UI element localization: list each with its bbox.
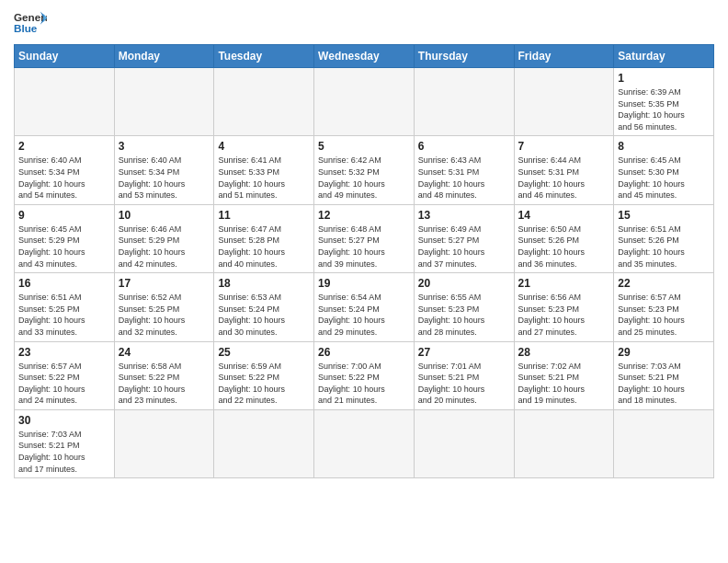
calendar-cell: 24Sunrise: 6:58 AMSunset: 5:22 PMDayligh…	[114, 341, 214, 409]
calendar-cell: 13Sunrise: 6:49 AMSunset: 5:27 PMDayligh…	[414, 204, 514, 272]
day-info: Sunrise: 7:00 AMSunset: 5:22 PMDaylight:…	[318, 361, 410, 407]
day-info: Sunrise: 6:46 AMSunset: 5:29 PMDaylight:…	[119, 224, 210, 270]
calendar: SundayMondayTuesdayWednesdayThursdayFrid…	[14, 44, 714, 478]
calendar-cell	[15, 68, 115, 136]
day-number: 26	[318, 346, 410, 359]
day-number: 13	[418, 209, 510, 222]
calendar-cell: 20Sunrise: 6:55 AMSunset: 5:23 PMDayligh…	[414, 273, 514, 341]
calendar-cell: 16Sunrise: 6:51 AMSunset: 5:25 PMDayligh…	[15, 273, 115, 341]
calendar-cell: 19Sunrise: 6:54 AMSunset: 5:24 PMDayligh…	[314, 273, 415, 341]
day-number: 10	[119, 209, 210, 222]
day-number: 28	[518, 346, 610, 359]
calendar-cell: 22Sunrise: 6:57 AMSunset: 5:23 PMDayligh…	[614, 273, 714, 341]
calendar-cell: 14Sunrise: 6:50 AMSunset: 5:26 PMDayligh…	[514, 204, 614, 272]
calendar-cell: 4Sunrise: 6:41 AMSunset: 5:33 PMDaylight…	[214, 136, 314, 204]
day-number: 23	[18, 346, 110, 359]
calendar-cell: 11Sunrise: 6:47 AMSunset: 5:28 PMDayligh…	[214, 204, 314, 272]
day-number: 19	[318, 277, 410, 290]
calendar-cell: 6Sunrise: 6:43 AMSunset: 5:31 PMDaylight…	[414, 136, 514, 204]
day-info: Sunrise: 6:55 AMSunset: 5:23 PMDaylight:…	[418, 292, 510, 338]
day-header-sunday: Sunday	[15, 45, 115, 68]
calendar-cell: 21Sunrise: 6:56 AMSunset: 5:23 PMDayligh…	[514, 273, 614, 341]
calendar-header-row: SundayMondayTuesdayWednesdayThursdayFrid…	[15, 45, 714, 68]
day-header-saturday: Saturday	[614, 45, 714, 68]
calendar-cell: 2Sunrise: 6:40 AMSunset: 5:34 PMDaylight…	[15, 136, 115, 204]
day-info: Sunrise: 6:41 AMSunset: 5:33 PMDaylight:…	[218, 155, 310, 201]
day-info: Sunrise: 6:57 AMSunset: 5:22 PMDaylight:…	[18, 361, 110, 407]
day-header-tuesday: Tuesday	[214, 45, 314, 68]
day-info: Sunrise: 6:45 AMSunset: 5:29 PMDaylight:…	[18, 224, 110, 270]
day-info: Sunrise: 6:59 AMSunset: 5:22 PMDaylight:…	[218, 361, 310, 407]
day-info: Sunrise: 6:56 AMSunset: 5:23 PMDaylight:…	[518, 292, 610, 338]
day-number: 7	[518, 140, 610, 153]
calendar-cell: 17Sunrise: 6:52 AMSunset: 5:25 PMDayligh…	[114, 273, 214, 341]
day-number: 22	[618, 277, 710, 290]
calendar-cell	[114, 68, 214, 136]
day-info: Sunrise: 6:57 AMSunset: 5:23 PMDaylight:…	[618, 292, 710, 338]
day-info: Sunrise: 6:51 AMSunset: 5:26 PMDaylight:…	[618, 224, 710, 270]
day-number: 3	[119, 140, 210, 153]
week-row-5: 30Sunrise: 7:03 AMSunset: 5:21 PMDayligh…	[15, 409, 714, 477]
calendar-cell	[214, 68, 314, 136]
day-info: Sunrise: 7:03 AMSunset: 5:21 PMDaylight:…	[618, 361, 710, 407]
day-info: Sunrise: 6:47 AMSunset: 5:28 PMDaylight:…	[218, 224, 310, 270]
day-number: 27	[418, 346, 510, 359]
day-info: Sunrise: 6:52 AMSunset: 5:25 PMDaylight:…	[119, 292, 210, 338]
day-info: Sunrise: 6:43 AMSunset: 5:31 PMDaylight:…	[418, 155, 510, 201]
calendar-cell	[614, 409, 714, 477]
calendar-cell	[414, 409, 514, 477]
calendar-cell: 15Sunrise: 6:51 AMSunset: 5:26 PMDayligh…	[614, 204, 714, 272]
day-info: Sunrise: 6:42 AMSunset: 5:32 PMDaylight:…	[318, 155, 410, 201]
calendar-cell	[414, 68, 514, 136]
page: General Blue SundayMondayTuesdayWednesda…	[0, 0, 728, 563]
calendar-cell: 3Sunrise: 6:40 AMSunset: 5:34 PMDaylight…	[114, 136, 214, 204]
day-number: 2	[18, 140, 110, 153]
day-number: 17	[119, 277, 210, 290]
day-number: 9	[18, 209, 110, 222]
calendar-cell	[314, 409, 415, 477]
day-header-friday: Friday	[514, 45, 614, 68]
calendar-cell	[314, 68, 415, 136]
day-number: 21	[518, 277, 610, 290]
calendar-cell	[514, 409, 614, 477]
calendar-cell: 8Sunrise: 6:45 AMSunset: 5:30 PMDaylight…	[614, 136, 714, 204]
day-info: Sunrise: 6:53 AMSunset: 5:24 PMDaylight:…	[218, 292, 310, 338]
day-number: 6	[418, 140, 510, 153]
calendar-cell: 18Sunrise: 6:53 AMSunset: 5:24 PMDayligh…	[214, 273, 314, 341]
day-number: 11	[218, 209, 310, 222]
day-number: 20	[418, 277, 510, 290]
day-info: Sunrise: 6:54 AMSunset: 5:24 PMDaylight:…	[318, 292, 410, 338]
day-info: Sunrise: 7:02 AMSunset: 5:21 PMDaylight:…	[518, 361, 610, 407]
day-number: 25	[218, 346, 310, 359]
day-number: 12	[318, 209, 410, 222]
calendar-cell: 26Sunrise: 7:00 AMSunset: 5:22 PMDayligh…	[314, 341, 415, 409]
calendar-cell	[114, 409, 214, 477]
week-row-0: 1Sunrise: 6:39 AMSunset: 5:35 PMDaylight…	[15, 68, 714, 136]
day-info: Sunrise: 6:51 AMSunset: 5:25 PMDaylight:…	[18, 292, 110, 338]
day-info: Sunrise: 6:50 AMSunset: 5:26 PMDaylight:…	[518, 224, 610, 270]
day-number: 24	[119, 346, 210, 359]
day-info: Sunrise: 6:45 AMSunset: 5:30 PMDaylight:…	[618, 155, 710, 201]
calendar-cell	[514, 68, 614, 136]
calendar-cell: 23Sunrise: 6:57 AMSunset: 5:22 PMDayligh…	[15, 341, 115, 409]
calendar-cell	[214, 409, 314, 477]
week-row-2: 9Sunrise: 6:45 AMSunset: 5:29 PMDaylight…	[15, 204, 714, 272]
calendar-cell: 9Sunrise: 6:45 AMSunset: 5:29 PMDaylight…	[15, 204, 115, 272]
day-header-monday: Monday	[114, 45, 214, 68]
day-info: Sunrise: 6:49 AMSunset: 5:27 PMDaylight:…	[418, 224, 510, 270]
calendar-cell: 28Sunrise: 7:02 AMSunset: 5:21 PMDayligh…	[514, 341, 614, 409]
day-info: Sunrise: 7:01 AMSunset: 5:21 PMDaylight:…	[418, 361, 510, 407]
calendar-cell: 5Sunrise: 6:42 AMSunset: 5:32 PMDaylight…	[314, 136, 415, 204]
calendar-cell: 30Sunrise: 7:03 AMSunset: 5:21 PMDayligh…	[15, 409, 115, 477]
svg-text:Blue: Blue	[14, 22, 38, 34]
calendar-cell: 7Sunrise: 6:44 AMSunset: 5:31 PMDaylight…	[514, 136, 614, 204]
day-number: 14	[518, 209, 610, 222]
calendar-cell: 25Sunrise: 6:59 AMSunset: 5:22 PMDayligh…	[214, 341, 314, 409]
day-number: 15	[618, 209, 710, 222]
week-row-1: 2Sunrise: 6:40 AMSunset: 5:34 PMDaylight…	[15, 136, 714, 204]
day-info: Sunrise: 6:40 AMSunset: 5:34 PMDaylight:…	[18, 155, 110, 201]
day-info: Sunrise: 6:48 AMSunset: 5:27 PMDaylight:…	[318, 224, 410, 270]
day-number: 5	[318, 140, 410, 153]
day-number: 16	[18, 277, 110, 290]
day-info: Sunrise: 6:39 AMSunset: 5:35 PMDaylight:…	[618, 86, 710, 132]
